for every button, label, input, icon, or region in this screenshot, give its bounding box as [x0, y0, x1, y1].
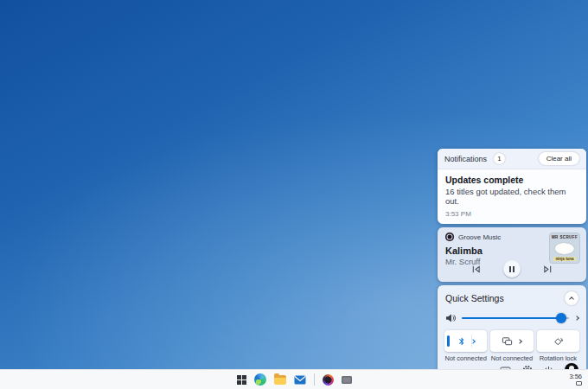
bluetooth-icon	[457, 336, 466, 347]
desktop-wallpaper: Notifications 1 Clear all Updates comple…	[0, 0, 588, 389]
previous-track-button[interactable]	[471, 265, 481, 274]
notifications-card: Notifications 1 Clear all Updates comple…	[438, 149, 586, 224]
album-art: MR SCRUFF ninja tuna	[549, 233, 580, 264]
taskbar-edge-button[interactable]	[254, 373, 266, 386]
media-controls	[438, 260, 586, 277]
quick-settings-card: Quick Settings	[438, 285, 586, 382]
rotation-lock-button-label: Rotation lock	[537, 354, 579, 362]
taskbar-clock[interactable]: 3:56	[569, 373, 582, 380]
cast-expand-chevron-icon[interactable]	[518, 339, 523, 344]
cast-icon	[502, 336, 513, 347]
start-button[interactable]	[237, 375, 246, 385]
notification-body: 16 titles got updated, check them out.	[445, 187, 578, 206]
skip-previous-icon	[471, 265, 481, 274]
quick-settings-buttons	[438, 325, 586, 352]
quick-settings-labels: Not connected Not connected Rotation loc…	[438, 352, 586, 362]
media-player-card: Groove Music Kalimba Mr. Scruff MR SCRUF…	[438, 227, 586, 282]
next-track-button[interactable]	[543, 265, 553, 274]
volume-row	[438, 309, 586, 325]
app-window-icon	[342, 376, 352, 384]
taskbar-center-icons	[0, 370, 588, 389]
taskbar-mail-button[interactable]	[294, 375, 306, 385]
volume-slider-thumb[interactable]	[556, 313, 566, 323]
quick-settings-title: Quick Settings	[445, 293, 504, 303]
volume-expand-chevron-icon[interactable]	[574, 316, 579, 321]
bluetooth-button-label: Not connected	[444, 354, 487, 362]
rotation-lock-button[interactable]	[537, 330, 579, 352]
clear-all-button[interactable]: Clear all	[539, 152, 579, 165]
album-art-artist-text: MR SCRUFF	[552, 235, 578, 239]
notifications-count-badge: 1	[494, 153, 505, 164]
notification-title: Updates complete	[445, 175, 578, 185]
chevron-up-icon	[569, 297, 574, 302]
taskbar-system-tray[interactable]: 3:56	[569, 370, 582, 389]
notification-timestamp: 3:53 PM	[445, 210, 578, 218]
bluetooth-active-indicator	[447, 335, 450, 347]
bluetooth-button[interactable]	[444, 330, 487, 352]
taskbar-separator	[314, 373, 315, 386]
action-center-panel: Notifications 1 Clear all Updates comple…	[438, 149, 586, 382]
edge-browser-icon	[254, 373, 266, 386]
groove-music-icon	[445, 233, 454, 241]
volume-slider-fill	[462, 317, 561, 320]
taskbar-file-explorer-button[interactable]	[274, 375, 286, 385]
groove-music-app-icon	[323, 374, 334, 386]
media-app-name: Groove Music	[458, 233, 501, 241]
volume-slider[interactable]	[462, 312, 569, 323]
cast-button-label: Not connected	[490, 354, 533, 362]
notifications-title: Notifications	[444, 155, 487, 163]
pause-button[interactable]	[503, 260, 521, 277]
skip-next-icon	[543, 265, 553, 274]
file-explorer-icon	[274, 375, 286, 385]
pause-icon	[509, 266, 511, 272]
quick-settings-header: Quick Settings	[438, 285, 586, 309]
taskbar-app-window-button[interactable]	[342, 376, 352, 384]
bluetooth-expand-chevron-icon[interactable]	[470, 339, 476, 344]
mail-icon	[294, 375, 306, 385]
notification-item[interactable]: Updates complete 16 titles got updated, …	[438, 169, 586, 224]
taskbar: 3:56	[0, 369, 588, 389]
windows-logo-icon	[237, 375, 246, 385]
speaker-icon	[445, 313, 456, 323]
album-art-fish-illustration	[555, 243, 574, 254]
touch-keyboard-icon[interactable]	[576, 381, 582, 386]
taskbar-groove-music-button[interactable]	[323, 374, 334, 386]
notifications-header: Notifications 1 Clear all	[438, 149, 586, 169]
cast-button[interactable]	[490, 330, 533, 352]
rotation-lock-icon	[553, 336, 563, 347]
collapse-button[interactable]	[565, 291, 578, 305]
